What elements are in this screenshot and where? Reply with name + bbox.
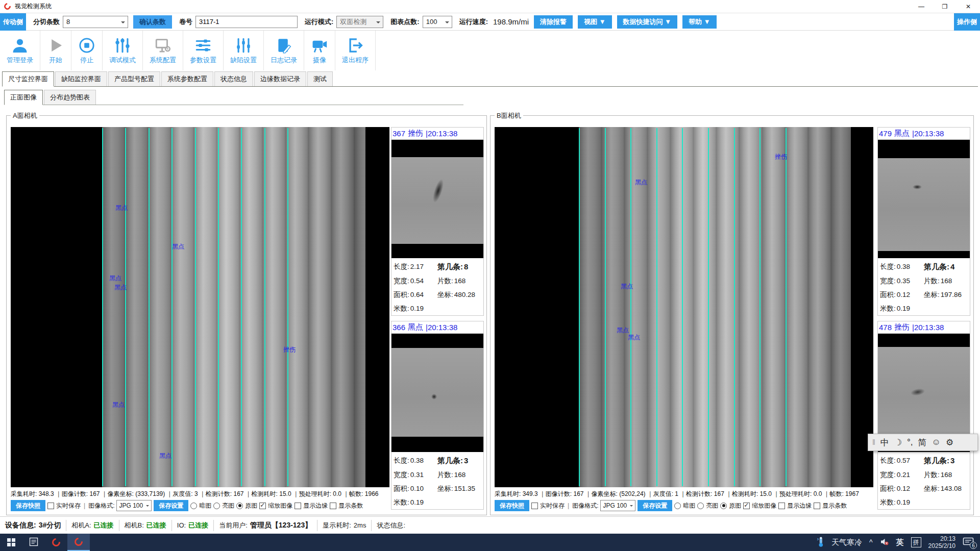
tab-system-params[interactable]: 系统参数配置 (161, 71, 213, 86)
show-edge-checkbox[interactable] (295, 503, 301, 509)
close-button[interactable]: ✕ (957, 0, 980, 13)
io-connection: IO: 已连接 (172, 520, 214, 531)
save-settings-button[interactable]: 保存设置 (154, 500, 188, 511)
zoom-image-checkbox[interactable] (743, 503, 750, 509)
original-image-label: 原图 (245, 502, 257, 510)
show-strips-checkbox[interactable] (814, 503, 820, 509)
image-format-select[interactable]: JPG 100 (600, 500, 635, 511)
data-quick-access-button[interactable]: 数据快捷访问 ▼ (617, 15, 677, 29)
stop-button[interactable]: 停止 (71, 31, 103, 70)
log-record-button[interactable]: 日志记录 (264, 31, 304, 70)
zoom-image-checkbox[interactable] (259, 503, 266, 509)
show-strips-checkbox[interactable] (330, 503, 336, 509)
stat-length: 长度:0.38 (880, 262, 924, 272)
camera-a-image[interactable]: 黑点 黑点 黑点 黑点 挫伤 黑点 黑点 (11, 127, 389, 487)
speaker-muted-icon[interactable] (880, 538, 889, 547)
defect-card: 366 黑点 |20:13:38 长度:0.38 第几条:3 宽度:0.31 片… (391, 321, 484, 510)
defect-thumbnail[interactable] (878, 140, 970, 258)
tab-defect-monitor[interactable]: 缺陷监控界面 (55, 71, 107, 86)
tab-status-info[interactable]: 状态信息 (214, 71, 253, 86)
drive-side-button[interactable]: 传动侧 (0, 13, 26, 31)
bright-image-label: 亮图 (222, 502, 234, 510)
realtime-save-checkbox[interactable] (531, 503, 538, 509)
image-format-select[interactable]: JPG 100 (116, 500, 152, 511)
stat-pieces: 片数:168 (924, 277, 968, 286)
defect-thumbnail[interactable] (391, 334, 483, 452)
bright-image-label: 亮图 (706, 502, 718, 510)
tab-size-monitor[interactable]: 尺寸监控界面 (2, 71, 54, 87)
simplified-charset[interactable]: 简 (918, 437, 927, 448)
tab-trend-chart[interactable]: 分布趋势图表 (44, 90, 96, 105)
show-strips-label: 显示条数 (822, 502, 847, 510)
stat-meter: 米数:0.19 (394, 498, 437, 507)
restore-button[interactable]: ❐ (933, 0, 957, 13)
defect-thumbnail[interactable] (391, 140, 483, 258)
show-edge-checkbox[interactable] (778, 503, 785, 509)
original-image-radio[interactable] (236, 503, 243, 509)
task-view-button[interactable] (22, 534, 45, 551)
bright-image-radio[interactable] (697, 503, 704, 509)
main-tab-bar: 尺寸监控界面 缺陷监控界面 产品型号配置 系统参数配置 状态信息 边缘数据记录 … (2, 72, 978, 87)
dark-image-radio[interactable] (674, 503, 681, 509)
running-app-button[interactable] (67, 534, 90, 551)
save-snapshot-button[interactable]: 保存快照 (11, 500, 45, 511)
roll-number-label: 卷号 (179, 17, 192, 27)
chart-points-select[interactable]: 100 (423, 16, 452, 28)
help-menu-button[interactable]: 帮助 ▼ (682, 15, 716, 29)
original-image-radio[interactable] (720, 503, 727, 509)
debug-mode-button[interactable]: 调试模式 (103, 31, 143, 70)
bright-image-radio[interactable] (213, 503, 220, 509)
emoji-icon[interactable]: ☺ (932, 437, 941, 447)
stat-pieces: 片数:168 (437, 277, 481, 286)
exit-program-button[interactable]: 退出程序 (335, 31, 376, 70)
tab-test[interactable]: 测试 (307, 71, 333, 86)
clock[interactable]: 20:13 2025/2/10 (928, 535, 955, 549)
system-config-button[interactable]: 系统配置 (143, 31, 183, 70)
minimize-button[interactable]: — (910, 0, 933, 13)
save-settings-button[interactable]: 保存设置 (638, 500, 672, 511)
view-menu-button[interactable]: 视图 ▼ (578, 15, 611, 29)
defect-overlay-label: 挫伤 (775, 153, 787, 161)
stat-coord: 坐标:151.35 (437, 484, 481, 493)
action-center-button[interactable]: 6 (963, 537, 975, 547)
tab-front-image[interactable]: 正面图像 (4, 90, 43, 105)
pinned-app-button[interactable] (45, 534, 67, 551)
save-snapshot-button[interactable]: 保存快照 (495, 500, 529, 511)
admin-login-button[interactable]: 管理登录 (0, 31, 40, 70)
ime-settings-gear-icon[interactable]: ⚙ (946, 437, 953, 448)
tab-edge-data[interactable]: 边缘数据记录 (254, 71, 306, 86)
defect-overlay-label: 黑点 (112, 400, 125, 409)
moon-icon[interactable]: ☽ (894, 437, 902, 448)
start-button[interactable]: 开始 (40, 31, 71, 70)
punctuation-icon[interactable]: °, (907, 437, 913, 447)
tab-product-model[interactable]: 产品型号配置 (108, 71, 160, 86)
camera-b-image[interactable]: 黑点 挫伤 黑点 黑点 黑点 (495, 127, 873, 487)
language-indicator[interactable]: 英 (896, 538, 904, 547)
strip-count-select[interactable]: 8 (63, 16, 128, 28)
weather-text[interactable]: 天气寒冷 (831, 538, 862, 547)
dark-image-label: 暗图 (683, 502, 695, 510)
ime-indicator[interactable]: 拼 (911, 537, 921, 547)
original-image-label: 原图 (729, 502, 741, 510)
start-button[interactable] (0, 534, 22, 551)
clear-alarm-button[interactable]: 清除报警 (534, 15, 573, 29)
parameter-settings-button[interactable]: 参数设置 (183, 31, 224, 70)
stat-strip: 第几条:4 (924, 262, 968, 272)
roll-number-input[interactable] (195, 16, 298, 28)
defect-overlay-label: 黑点 (115, 204, 128, 212)
tray-overflow-chevron[interactable]: ^ (869, 538, 873, 546)
ime-mode-chinese[interactable]: 中 (880, 437, 889, 448)
stat-strip: 第几条:8 (437, 262, 481, 272)
capture-button[interactable]: 摄像 (304, 31, 335, 70)
vertical-sliders-icon (114, 37, 131, 54)
stat-meter: 米数:0.19 (880, 498, 924, 507)
realtime-save-checkbox[interactable] (47, 503, 54, 509)
operator-side-button[interactable]: 操作侧 (954, 13, 980, 31)
dark-image-radio[interactable] (190, 503, 197, 509)
drag-handle-icon[interactable]: ‖ (872, 438, 875, 446)
defect-settings-button[interactable]: 缺陷设置 (224, 31, 264, 70)
defect-card: 367 挫伤 |20:13:38 长度:2.17 第几条:8 宽度:0.54 片… (391, 127, 484, 316)
clock-date: 2025/2/10 (928, 542, 955, 549)
confirm-count-button[interactable]: 确认条数 (133, 15, 172, 29)
run-mode-select[interactable]: 双面检测 (336, 16, 383, 28)
